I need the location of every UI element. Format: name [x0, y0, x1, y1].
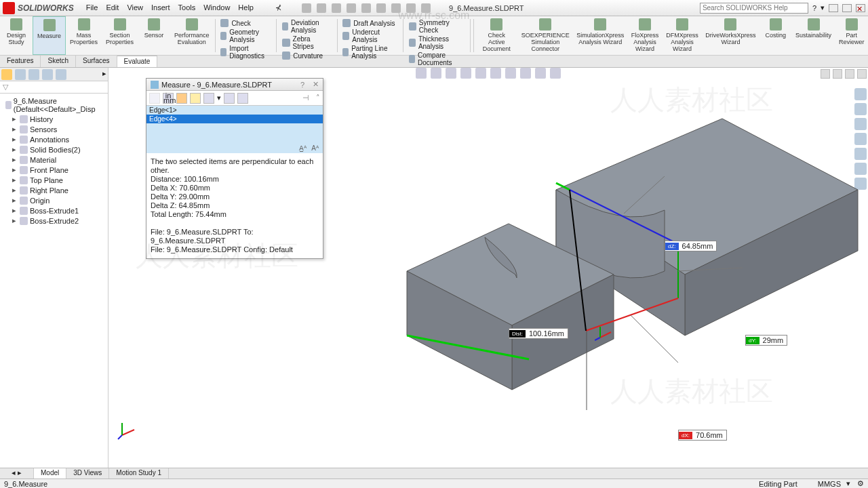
property-manager-tab-icon[interactable] [15, 69, 26, 80]
dropdown-icon[interactable]: ▾ [217, 94, 221, 102]
dialog-close-icon[interactable]: ✕ [313, 80, 319, 89]
new-icon[interactable] [317, 3, 326, 13]
search-help-input[interactable] [700, 3, 808, 14]
ribbon-zebra-stripes-button[interactable]: Zebra Stripes [282, 35, 331, 50]
configuration-tab-icon[interactable] [28, 69, 39, 80]
menu-window[interactable]: Window [203, 3, 230, 12]
tree-item[interactable]: ▸Material [1, 155, 106, 165]
tab-features[interactable]: Features [0, 56, 41, 67]
ribbon-thickness-analysis-button[interactable]: Thickness Analysis [409, 35, 465, 50]
dialog-help-icon[interactable]: ? [300, 81, 304, 89]
tree-item[interactable]: ▸Boss-Extrude2 [1, 216, 106, 226]
tab-motion-study[interactable]: Motion Study 1 [109, 468, 169, 479]
callout-dz: dZ:64.85mm [665, 241, 717, 251]
ribbon-compare-documents-button[interactable]: Compare Documents [409, 52, 465, 66]
arc-option-icon[interactable] [149, 93, 160, 104]
menu-file[interactable]: File [86, 3, 98, 12]
measure-dialog[interactable]: Measure - 9_6.Measure.SLDPRT ? ✕ inmm ▾ … [146, 78, 323, 259]
tree-root[interactable]: 9_6.Measure (Default<<Default>_Disp [1, 96, 106, 114]
tab-sketch[interactable]: Sketch [41, 56, 76, 67]
status-units[interactable]: MMGS [818, 480, 841, 488]
maximize-button[interactable] [842, 4, 852, 12]
save-icon[interactable] [347, 3, 356, 13]
tab-surfaces[interactable]: Surfaces [76, 56, 117, 67]
measure-dialog-titlebar[interactable]: Measure - 9_6.Measure.SLDPRT ? ✕ [146, 79, 323, 91]
ribbon-sustainability-button[interactable]: Sustainability [792, 16, 835, 55]
minimize-button[interactable] [829, 4, 838, 12]
result-line: Delta Z: 64.85mm [151, 201, 319, 210]
ribbon-measure-button[interactable]: Measure [33, 16, 66, 55]
display-tab-icon[interactable] [56, 69, 66, 80]
selection-item[interactable]: Edge<4> [146, 115, 323, 123]
filter-icon[interactable]: ▽ [3, 83, 8, 91]
ribbon-deviation-analysis-button[interactable]: Deviation Analysis [282, 19, 331, 34]
tab-3dviews[interactable]: 3D Views [66, 468, 109, 479]
ribbon-part-button[interactable]: PartReviewer [835, 16, 868, 55]
ribbon-curvature-button[interactable]: Curvature [282, 52, 331, 60]
help-dropdown-icon[interactable]: ▾ [821, 3, 825, 12]
history-icon[interactable] [224, 93, 235, 104]
ribbon-costing-button[interactable]: Costing [760, 16, 792, 55]
feature-manager-panel: ▸ ▽ 9_6.Measure (Default<<Default>_Disp … [0, 68, 108, 468]
ribbon-draft-analysis-button[interactable]: Draft Analysis [342, 19, 397, 27]
ribbon-simulationxpress-button[interactable]: SimulationXpressAnalysis Wizard [573, 16, 627, 55]
selection-item[interactable]: Edge<1> [146, 106, 323, 115]
ribbon-performance-button[interactable]: PerformanceEvaluation [170, 16, 214, 55]
print-icon[interactable] [361, 3, 371, 13]
ribbon-check-button[interactable]: Check [220, 19, 271, 27]
ribbon-floxpress-button[interactable]: FloXpressAnalysisWizard [627, 16, 663, 55]
menu-pin-icon[interactable]: ⊀ [275, 3, 281, 12]
ribbon-icon [114, 18, 126, 30]
status-gear-icon[interactable]: ⚙ [857, 479, 864, 488]
ribbon-design-button[interactable]: DesignStudy [0, 16, 33, 55]
ribbon-check-active-button[interactable]: Check ActiveDocument [475, 16, 518, 55]
tree-item[interactable]: ▸Sensors [1, 124, 106, 134]
pin-icon[interactable]: ⊣ [302, 94, 309, 102]
tree-item[interactable]: ▸History [1, 114, 106, 124]
ribbon-section-button[interactable]: SectionProperties [102, 16, 138, 55]
tree-item[interactable]: ▸Boss-Extrude1 [1, 205, 106, 216]
menu-tools[interactable]: Tools [178, 3, 196, 12]
ribbon-geometry-analysis-button[interactable]: Geometry Analysis [220, 28, 271, 43]
menu-insert[interactable]: Insert [151, 3, 170, 12]
ribbon-driveworksxpress-button[interactable]: DriveWorksXpressWizard [702, 16, 760, 55]
tree-item[interactable]: ▸Origin [1, 195, 106, 205]
tree-item[interactable]: ▸Right Plane [1, 185, 106, 195]
ribbon-undercut-analysis-button[interactable]: Undercut Analysis [342, 28, 397, 43]
tab-evaluate[interactable]: Evaluate [117, 56, 158, 67]
panel-expand-icon[interactable]: ▸ [102, 69, 106, 79]
tab-scroll-icon[interactable]: ◂ ▸ [0, 468, 34, 479]
tab-model[interactable]: Model [34, 468, 66, 479]
selection-list[interactable]: Edge<1> Edge<4> [146, 106, 323, 153]
dimxpert-tab-icon[interactable] [42, 69, 53, 80]
undo-icon[interactable] [376, 3, 386, 13]
sensor-create-icon[interactable] [237, 93, 248, 104]
ribbon-icon [148, 18, 160, 30]
projected-icon[interactable] [203, 93, 214, 104]
ribbon-dfmxpress-button[interactable]: DFMXpressAnalysisWizard [663, 16, 702, 55]
feature-tree-tab-icon[interactable] [1, 69, 12, 80]
origin-triad-icon [595, 325, 615, 343]
open-icon[interactable] [332, 3, 341, 13]
menu-help[interactable]: Help [238, 3, 254, 12]
font-size-icon[interactable]: A̲ᴬ Aᴬ [299, 144, 319, 152]
xyz-icon[interactable] [176, 93, 187, 104]
tree-item[interactable]: ▸Front Plane [1, 165, 106, 175]
tree-item[interactable]: ▸Top Plane [1, 175, 106, 185]
menu-view[interactable]: View [127, 3, 143, 12]
tree-item[interactable]: ▸Solid Bodies(2) [1, 144, 106, 155]
help-icon[interactable]: ? [812, 4, 816, 12]
collapse-icon[interactable]: ˄ [316, 94, 320, 102]
close-button[interactable]: ✕ [856, 4, 865, 12]
tree-item[interactable]: ▸Annotations [1, 134, 106, 144]
result-line: Total Length: 75.44mm [151, 210, 319, 219]
ribbon-icon [539, 18, 551, 30]
ribbon-mass-button[interactable]: MassProperties [66, 16, 102, 55]
status-dropdown-icon[interactable]: ▾ [846, 479, 850, 488]
point-to-point-icon[interactable] [190, 93, 201, 104]
home-icon[interactable] [302, 3, 311, 13]
ribbon-sensor-button[interactable]: Sensor [138, 16, 170, 55]
ribbon-parting-line-analysis-button[interactable]: Parting Line Analysis [342, 45, 397, 60]
menu-edit[interactable]: Edit [106, 3, 119, 12]
units-button[interactable]: inmm [163, 93, 174, 104]
